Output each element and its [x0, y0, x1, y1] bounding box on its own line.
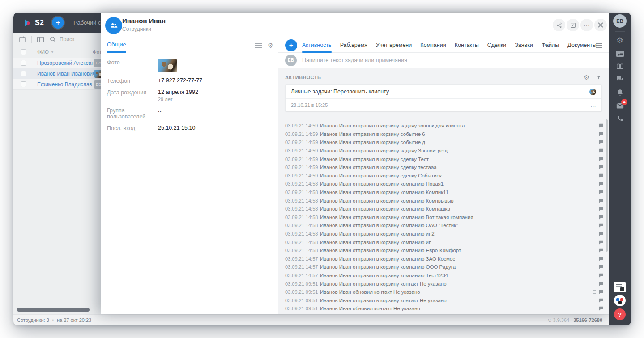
comment-icon[interactable] — [599, 298, 603, 303]
activity-entry[interactable]: 03.09.21 14:58 Иванов Иван отправил в ко… — [278, 213, 609, 222]
activity-entry[interactable]: 03.09.21 14:59 Иванов Иван отправил в ко… — [278, 155, 609, 163]
activity-entry[interactable]: 03.09.21 09:51 Иванов Иван обновил конта… — [278, 288, 609, 296]
user-avatar[interactable]: EB — [613, 14, 627, 28]
comment-icon[interactable] — [599, 215, 603, 220]
share-button[interactable] — [553, 19, 565, 31]
extension-button[interactable] — [614, 295, 626, 306]
comment-icon[interactable] — [599, 157, 603, 161]
menu-icon[interactable] — [255, 43, 262, 48]
activity-entry[interactable]: 03.09.21 14:57 Иванов Иван отправил в ко… — [278, 271, 609, 280]
knowledge-base-button[interactable] — [613, 60, 627, 73]
activity-tab[interactable]: Контакты — [455, 38, 479, 53]
activity-entry[interactable]: 03.09.21 14:58 Иванов Иван отправил в ко… — [278, 196, 609, 205]
employee-name-link[interactable]: Прозоровский Алексан... — [37, 60, 95, 66]
task-composer[interactable]: ЕВ Напишите текст задачи или примечания — [278, 53, 609, 68]
activity-tab[interactable]: Файлы — [542, 38, 559, 53]
row-checkbox[interactable] — [21, 81, 26, 87]
task-title[interactable]: Личные задачи: Перезвонить клиенту — [291, 89, 389, 95]
search-icon[interactable] — [50, 36, 56, 42]
calendar-icon[interactable] — [19, 36, 26, 43]
activity-entry[interactable]: 03.09.21 14:59 Иванов Иван отправил в ко… — [278, 130, 609, 139]
row-checkbox[interactable] — [21, 60, 26, 66]
comment-icon[interactable] — [599, 223, 603, 228]
table-row[interactable]: Ефименко Владислав ЕВ — [13, 79, 101, 90]
composer-input[interactable]: Напишите текст задачи или примечания — [302, 57, 407, 63]
activity-entry[interactable]: 03.09.21 14:59 Иванов Иван отправил в ко… — [278, 122, 609, 130]
activity-tab[interactable]: Сделки — [487, 38, 507, 53]
contacts-card-button[interactable] — [613, 47, 627, 60]
comment-icon[interactable] — [599, 182, 603, 186]
table-row[interactable]: Иванов Иван Иванович — [13, 68, 101, 79]
comment-icon[interactable] — [599, 199, 603, 203]
activity-entry[interactable]: 03.09.21 14:59 Иванов Иван отправил в ко… — [278, 147, 609, 155]
phone-button[interactable] — [613, 112, 627, 125]
gear-icon[interactable]: ⚙ — [268, 42, 273, 50]
comment-icon[interactable] — [599, 248, 603, 253]
tab-general[interactable]: Общие — [107, 38, 126, 53]
activity-entry[interactable]: 03.09.21 14:58 Иванов Иван отправил в ко… — [278, 238, 609, 246]
activity-tab[interactable]: Компании — [420, 38, 446, 53]
activity-entry[interactable]: 03.09.21 14:58 Иванов Иван отправил в ко… — [278, 230, 609, 238]
activity-entry[interactable]: 03.09.21 09:51 Иванов Иван обновил конта… — [278, 304, 609, 313]
mail-button[interactable]: 4 — [613, 99, 627, 112]
activity-tab[interactable]: Документы — [567, 38, 596, 53]
chat-button[interactable] — [613, 73, 627, 86]
tabbar-menu-icon[interactable] — [596, 38, 602, 53]
activity-entry[interactable]: 03.09.21 14:58 Иванов Иван отправил в ко… — [278, 246, 609, 255]
expand-icon[interactable] — [593, 290, 596, 294]
widget-button[interactable] — [614, 282, 626, 292]
row-checkbox[interactable] — [21, 71, 26, 76]
comment-icon[interactable] — [599, 273, 603, 278]
select-all-checkbox[interactable] — [21, 49, 26, 55]
more-button[interactable]: ⋯ — [580, 19, 593, 31]
comment-icon[interactable] — [599, 306, 603, 311]
activity-entry[interactable]: 03.09.21 09:51 Иванов Иван отправил в ко… — [278, 279, 609, 288]
employee-photo[interactable] — [158, 59, 177, 72]
comment-icon[interactable] — [599, 173, 603, 178]
comment-icon[interactable] — [599, 148, 603, 153]
notifications-button[interactable] — [613, 86, 627, 99]
activity-entry[interactable]: 03.09.21 14:59 Иванов Иван отправил в ко… — [278, 163, 609, 172]
global-add-button[interactable]: + — [52, 17, 64, 29]
comment-icon[interactable] — [599, 140, 603, 144]
vertical-scrollbar[interactable] — [606, 119, 608, 252]
activity-entry[interactable]: 03.09.21 09:51 Иванов Иван отправил в ко… — [278, 296, 609, 304]
comment-icon[interactable] — [599, 190, 603, 194]
comment-icon[interactable] — [599, 232, 603, 236]
feed-settings-icon[interactable]: ⚙ — [584, 74, 589, 81]
comment-icon[interactable] — [599, 265, 603, 269]
activity-tab[interactable]: Активность — [302, 38, 332, 53]
comment-icon[interactable] — [599, 207, 603, 211]
filter-icon[interactable] — [596, 75, 601, 80]
employee-name-link[interactable]: Иванов Иван Иванович — [37, 71, 95, 77]
activity-tab[interactable]: Заявки — [515, 38, 533, 53]
search-input[interactable]: Поиск — [60, 36, 74, 42]
comment-icon[interactable] — [599, 123, 603, 128]
comment-icon[interactable] — [599, 132, 603, 136]
activity-entry[interactable]: 03.09.21 14:59 Иванов Иван отправил в ко… — [278, 138, 609, 147]
edit-button[interactable] — [567, 19, 579, 31]
add-activity-button[interactable]: + — [285, 39, 297, 51]
comment-icon[interactable] — [599, 240, 603, 245]
comment-icon[interactable] — [599, 165, 603, 169]
comment-icon[interactable] — [599, 257, 603, 261]
task-more-button[interactable]: ... — [591, 102, 596, 108]
comment-icon[interactable] — [599, 290, 603, 294]
comment-icon[interactable] — [599, 282, 603, 286]
activity-entry[interactable]: 03.09.21 14:58 Иванов Иван отправил в ко… — [278, 221, 609, 230]
column-header-fio[interactable]: ФИО ▼ — [37, 49, 54, 55]
activity-tab[interactable]: Учет времени — [376, 38, 412, 53]
columns-view-icon[interactable] — [37, 36, 44, 43]
activity-entry[interactable]: 03.09.21 14:57 Иванов Иван отправил в ко… — [278, 263, 609, 271]
activity-entry[interactable]: 03.09.21 14:59 Иванов Иван отправил в ко… — [278, 172, 609, 180]
employee-name-link[interactable]: Ефименко Владислав — [37, 81, 92, 88]
help-button[interactable]: ? — [614, 308, 626, 320]
expand-icon[interactable] — [593, 307, 596, 310]
activity-tab[interactable]: Раб.время — [340, 38, 367, 53]
activity-entry[interactable]: 03.09.21 14:58 Иванов Иван отправил в ко… — [278, 188, 609, 197]
column-header-photo[interactable]: Фот — [93, 49, 101, 55]
close-button[interactable] — [594, 19, 607, 31]
app-logo[interactable]: S2 — [23, 18, 44, 27]
activity-entry[interactable]: 03.09.21 14:58 Иванов Иван отправил в ко… — [278, 180, 609, 188]
task-card[interactable]: Личные задачи: Перезвонить клиенту 28.10… — [285, 84, 602, 111]
